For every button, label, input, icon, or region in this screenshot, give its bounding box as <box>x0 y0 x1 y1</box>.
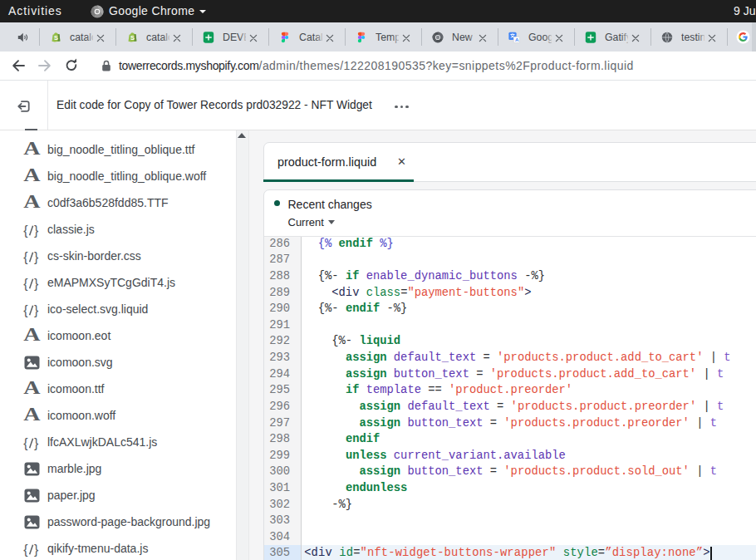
svg-text:{: { <box>23 303 27 317</box>
svg-text:{: { <box>23 250 27 264</box>
svg-text:S: S <box>130 34 135 42</box>
svg-text:}: } <box>34 543 38 557</box>
svg-text:{: { <box>23 436 27 450</box>
svg-text:}: } <box>34 277 38 291</box>
svg-text:}: } <box>34 303 38 317</box>
svg-text:A: A <box>515 37 519 42</box>
svg-text:S: S <box>54 34 58 42</box>
svg-text:}: } <box>34 250 38 264</box>
svg-text:{: { <box>23 277 27 291</box>
svg-text:}: } <box>34 436 38 450</box>
svg-text:}: } <box>34 224 38 238</box>
svg-text:{: { <box>23 543 27 557</box>
svg-text:{: { <box>23 224 27 238</box>
